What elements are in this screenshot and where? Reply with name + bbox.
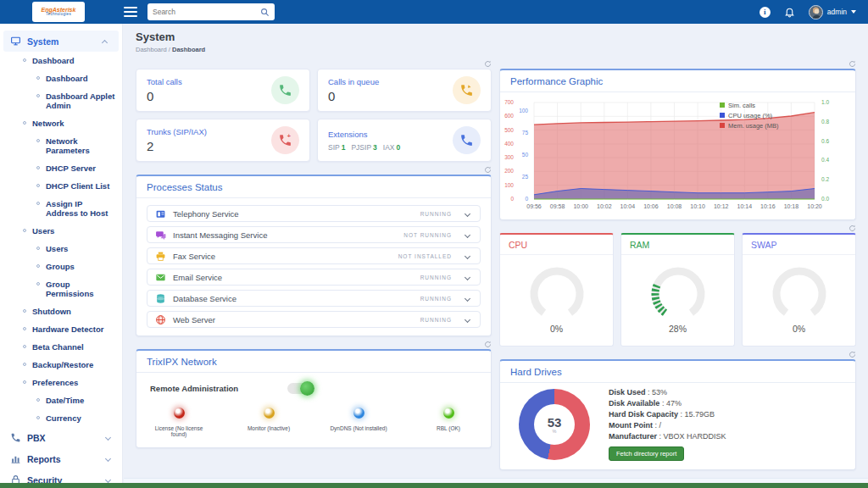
sidebar-item-dashboard-applet-admin[interactable]: Dashboard Applet Admin — [0, 87, 122, 114]
sidebar-item-hardware-detector[interactable]: Hardware Detector — [0, 320, 122, 338]
database-icon — [155, 293, 166, 304]
brand-logo[interactable]: EngAsterisk Technologies — [32, 2, 85, 22]
status-dot-label: DynDNS (Not installed) — [330, 425, 387, 431]
main-content: System Dashboard / Dashboard Total calls… — [124, 24, 868, 483]
globe-icon — [155, 314, 166, 325]
sidebar-item-dashboard[interactable]: Dashboard — [0, 69, 122, 87]
svg-text:09:58: 09:58 — [550, 203, 565, 209]
refresh-stats-icon[interactable] — [484, 56, 492, 71]
sidebar-item-users[interactable]: Users — [0, 240, 122, 258]
sidebar-item-dhcp-client-list[interactable]: DHCP Client List — [0, 177, 122, 195]
sidebar-item-users[interactable]: Users — [0, 222, 122, 240]
info-icon[interactable]: i — [760, 7, 771, 18]
status-dot-icon — [353, 408, 364, 419]
svg-text:09:56: 09:56 — [526, 203, 542, 209]
bullet-icon — [36, 94, 40, 97]
chevron-down-icon[interactable] — [465, 252, 470, 258]
bullet-icon — [36, 166, 40, 169]
refresh-performance-icon[interactable] — [849, 56, 856, 71]
search-box — [147, 3, 275, 20]
sidebar-item-backup-restore[interactable]: Backup/Restore — [0, 356, 122, 374]
refresh-network-icon[interactable] — [484, 336, 492, 352]
gauge-percent: 28% — [669, 324, 687, 339]
gauge-cpu: 0% — [500, 255, 613, 346]
status-dot-icon — [264, 408, 275, 419]
bullet-icon — [23, 380, 26, 384]
app-root: EngAsterisk Technologies i admin SystemD… — [0, 0, 868, 488]
sidebar-item-network-parameters[interactable]: Network Parameters — [0, 132, 122, 159]
svg-text:10:02: 10:02 — [597, 203, 612, 209]
user-menu[interactable]: admin — [809, 5, 856, 19]
chevron-down-icon[interactable] — [465, 210, 470, 216]
fetch-directory-report-button[interactable]: Fetch directory report — [609, 446, 684, 461]
process-row-database-service[interactable]: Database Service RUNNING — [147, 290, 481, 307]
performance-title: Performance Graphic — [500, 70, 855, 92]
disk-detail-row: Disk Available : 47% — [609, 399, 726, 408]
hard-drives-panel: Hard Drives 53 % Disk Used : 53%Disk Ava… — [499, 359, 856, 470]
sidebar-item-shutdown[interactable]: Shutdown — [0, 302, 122, 320]
svg-text:0: 0 — [510, 196, 514, 202]
bullet-icon — [23, 309, 26, 313]
sidebar-item-security[interactable]: Security — [0, 469, 122, 483]
sidebar-item-system[interactable]: System — [3, 30, 119, 52]
avatar — [809, 5, 823, 19]
process-row-web-server[interactable]: Web Server RUNNING — [147, 311, 481, 328]
bullet-icon — [23, 327, 26, 330]
remote-admin-toggle[interactable] — [287, 383, 313, 394]
sidebar-item-assign-ip-address-to-host[interactable]: Assign IP Address to Host — [0, 195, 122, 222]
search-input[interactable] — [153, 8, 260, 16]
process-row-email-service[interactable]: Email Service RUNNING — [147, 269, 481, 286]
sidebar-item-currency[interactable]: Currency — [0, 409, 122, 427]
refresh-gauges-icon[interactable] — [849, 220, 856, 236]
svg-text:10:16: 10:16 — [760, 203, 776, 209]
remote-admin-label: Remote Administration — [150, 384, 238, 393]
processes-panel: Processes Status Telephony Service RUNNI… — [136, 175, 492, 336]
sidebar-item-groups[interactable]: Groups — [0, 258, 122, 275]
search-icon[interactable] — [260, 8, 270, 17]
menu-toggle-icon[interactable] — [124, 7, 137, 17]
sidebar-item-dashboard[interactable]: Dashboard — [0, 52, 122, 69]
svg-text:CPU usage (%): CPU usage (%) — [728, 112, 773, 119]
stat-title: Trunks (SIP/IAX) — [147, 127, 207, 136]
sidebar-item-group-permissions[interactable]: Group Permissions — [0, 275, 122, 302]
process-status: RUNNING — [420, 317, 452, 323]
process-name: Fax Service — [173, 252, 398, 261]
sidebar-item-pbx[interactable]: PBX — [0, 427, 122, 448]
notifications-bell-icon[interactable] — [784, 7, 795, 18]
chevron-down-icon[interactable] — [465, 231, 470, 237]
chevron-down-icon[interactable] — [465, 274, 470, 280]
svg-text:0: 0 — [525, 196, 528, 202]
sidebar-item-reports[interactable]: Reports — [0, 448, 122, 469]
disk-used-value: 53 — [548, 416, 562, 429]
process-row-instant-messaging-service[interactable]: Instant Messaging Service NOT RUNNING — [147, 226, 481, 243]
svg-text:10:04: 10:04 — [620, 203, 636, 209]
refresh-processes-icon[interactable] — [484, 162, 492, 177]
phone-icon — [453, 126, 481, 154]
gauge-percent: 0% — [793, 324, 805, 339]
bullet-icon — [23, 345, 26, 348]
process-row-telephony-service[interactable]: Telephony Service RUNNING — [147, 205, 481, 222]
phone-incoming-icon — [453, 76, 481, 104]
process-row-fax-service[interactable]: Fax Service NOT INSTALLED — [147, 247, 481, 264]
extensions-counts: SIP1PJSIP3IAX0 — [328, 143, 400, 152]
svg-text:0.8: 0.8 — [821, 119, 829, 125]
status-license: License (No license found) — [147, 408, 211, 437]
chevron-down-icon[interactable] — [465, 316, 470, 322]
sidebar-item-beta-channel[interactable]: Beta Channel — [0, 338, 122, 356]
sidebar-item-date-time[interactable]: Date/Time — [0, 391, 122, 409]
chevron-down-icon[interactable] — [465, 295, 470, 301]
right-column: Performance Graphic 01002003004005006007… — [499, 58, 856, 470]
sidebar-item-preferences[interactable]: Preferences — [0, 374, 122, 391]
svg-text:200: 200 — [504, 168, 514, 174]
sidebar-item-network[interactable]: Network — [0, 114, 122, 132]
process-name: Web Server — [173, 315, 420, 324]
status-dot-label: Monitor (Inactive) — [248, 425, 290, 431]
chevron-up-icon — [102, 39, 108, 45]
bullet-icon — [36, 247, 40, 250]
sidebar-item-dhcp-server[interactable]: DHCP Server — [0, 159, 122, 177]
status-dot-label: License (No license found) — [147, 425, 211, 437]
svg-text:600: 600 — [504, 113, 514, 119]
breadcrumb-parent[interactable]: Dashboard — [136, 46, 167, 53]
printer-icon — [155, 251, 166, 262]
refresh-harddrives-icon[interactable] — [849, 347, 856, 362]
